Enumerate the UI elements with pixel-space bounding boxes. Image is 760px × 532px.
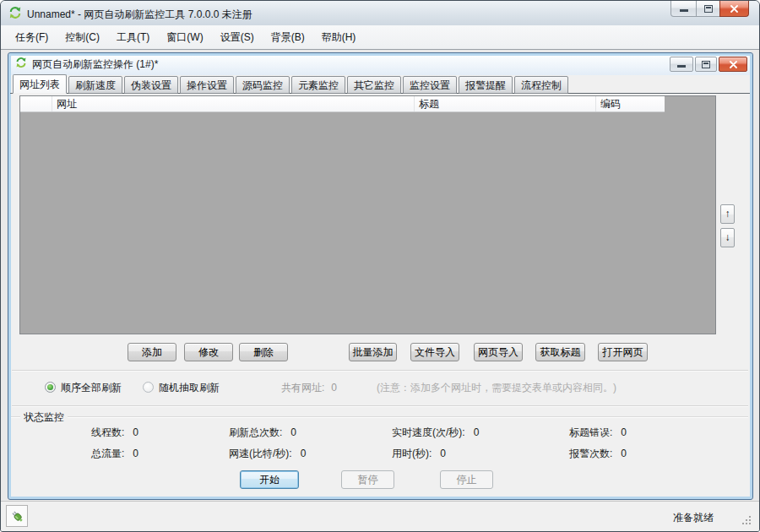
arrow-down-icon: ↓ [725, 231, 730, 243]
close-icon [729, 61, 738, 68]
tab-flow-control[interactable]: 流程控制 [514, 76, 568, 94]
plug-icon [10, 509, 24, 524]
menu-item-settings[interactable]: 设置(S) [212, 26, 263, 49]
maximize-button[interactable] [696, 1, 720, 17]
url-count: 共有网址:0 [281, 381, 337, 395]
listview-body[interactable] [20, 112, 715, 334]
tab-url-list[interactable]: 网址列表 [13, 74, 67, 94]
stat-title-errors: 标题错误:0 [569, 426, 627, 440]
refresh-note: (注意：添加多个网址时，需要提交表单或内容相同。) [377, 381, 616, 395]
mdi-client: 网页自动刷新监控操作 (1#)* 网址列表 刷新速度 伪装设置 操作设置 源码监… [1, 49, 759, 501]
listview-header: 网址 标题 编码 [20, 96, 665, 112]
tab-element-monitor[interactable]: 元素监控 [291, 76, 345, 94]
child-close-button[interactable] [719, 57, 747, 72]
tab-disguise[interactable]: 伪装设置 [124, 76, 178, 94]
radio-random-refresh[interactable] [143, 382, 154, 393]
tab-monitor-settings[interactable]: 监控设置 [403, 76, 457, 94]
column-header-encoding[interactable]: 编码 [596, 96, 665, 111]
url-count-value: 0 [331, 382, 337, 394]
radio-sequential-refresh[interactable] [45, 382, 56, 393]
column-header-index[interactable] [20, 96, 52, 111]
child-window: 网页自动刷新监控操作 (1#)* 网址列表 刷新速度 伪装设置 操作设置 源码监… [8, 52, 753, 500]
column-header-title[interactable]: 标题 [415, 96, 596, 111]
menu-item-task[interactable]: 任务(F) [7, 26, 57, 49]
stat-alarm-count: 报警次数:0 [569, 447, 627, 461]
move-up-button[interactable]: ↑ [720, 204, 735, 224]
stat-total-traffic: 总流量:0 [91, 447, 138, 461]
child-maximize-button[interactable] [695, 57, 717, 72]
tab-strip: 网址列表 刷新速度 伪装设置 操作设置 源码监控 元素监控 其它监控 监控设置 … [13, 75, 570, 94]
titlebar[interactable]: Unnamed* - 网页自动刷新监控工具 7.0.0.0 未注册 [1, 1, 759, 25]
child-window-title: 网页自动刷新监控操作 (1#)* [32, 57, 158, 72]
menu-bar: 任务(F) 控制(C) 工具(T) 窗口(W) 设置(S) 背景(B) 帮助(H… [1, 25, 759, 49]
radio-random-label[interactable]: 随机抽取刷新 [159, 381, 220, 395]
batch-add-button[interactable]: 批量添加 [349, 343, 397, 361]
maximize-icon [704, 5, 713, 13]
ready-status-text: 准备就绪 [673, 511, 714, 525]
move-down-button[interactable]: ↓ [720, 228, 735, 247]
file-import-button[interactable]: 文件导入 [410, 343, 459, 361]
tab-refresh-speed[interactable]: 刷新速度 [68, 76, 122, 94]
app-refresh-icon [8, 6, 22, 19]
stat-net-speed: 网速(比特/秒):0 [229, 447, 306, 461]
radio-sequential-label[interactable]: 顺序全部刷新 [61, 381, 122, 395]
maximize-icon [702, 61, 710, 68]
tab-operation[interactable]: 操作设置 [180, 76, 234, 94]
close-icon [730, 5, 739, 13]
stat-realtime-speed: 实时速度(次/秒):0 [392, 426, 479, 440]
menu-item-background[interactable]: 背景(B) [263, 26, 313, 49]
resize-grip[interactable] [742, 514, 752, 524]
open-webpage-button[interactable]: 打开网页 [598, 343, 648, 361]
menu-item-help[interactable]: 帮助(H) [313, 26, 365, 49]
menu-item-window[interactable]: 窗口(W) [158, 26, 211, 49]
menu-item-tools[interactable]: 工具(T) [108, 26, 158, 49]
minimize-icon [677, 65, 686, 68]
divider [12, 405, 748, 406]
connection-panel [6, 505, 28, 527]
child-minimize-button[interactable] [670, 57, 693, 72]
column-header-url[interactable]: 网址 [52, 96, 415, 111]
close-button[interactable] [719, 1, 749, 17]
child-window-controls [668, 57, 747, 72]
tab-other-monitor[interactable]: 其它监控 [347, 76, 401, 94]
status-group-title: 状态监控 [20, 410, 68, 425]
app-window: Unnamed* - 网页自动刷新监控工具 7.0.0.0 未注册 任务(F) … [0, 0, 760, 532]
pause-button[interactable]: 暂停 [341, 470, 394, 489]
delete-button[interactable]: 删除 [239, 343, 288, 361]
menu-item-control[interactable]: 控制(C) [57, 26, 108, 49]
minimize-button[interactable] [670, 1, 697, 17]
window-controls [671, 1, 749, 17]
stat-elapsed-time: 用时(秒):0 [392, 447, 446, 461]
start-button[interactable]: 开始 [240, 470, 299, 489]
add-button[interactable]: 添加 [128, 343, 176, 361]
web-import-button[interactable]: 网页导入 [474, 343, 523, 361]
status-bar: 准备就绪 [1, 501, 759, 531]
tab-source-monitor[interactable]: 源码监控 [236, 76, 290, 94]
arrow-up-icon: ↑ [725, 208, 730, 220]
tab-alarm-reminder[interactable]: 报警提醒 [459, 76, 513, 94]
status-group-border [11, 416, 748, 418]
stat-refresh-total: 刷新总次数:0 [229, 426, 296, 440]
minimize-icon [680, 9, 688, 12]
stat-thread-count: 线程数:0 [91, 426, 138, 440]
get-title-button[interactable]: 获取标题 [535, 343, 585, 361]
url-count-label: 共有网址: [281, 382, 324, 394]
window-title: Unnamed* - 网页自动刷新监控工具 7.0.0.0 未注册 [27, 8, 252, 22]
modify-button[interactable]: 修改 [184, 343, 233, 361]
divider [12, 370, 748, 371]
child-refresh-icon [15, 57, 27, 68]
url-listview: 网址 标题 编码 [19, 95, 716, 334]
stop-button[interactable]: 停止 [440, 470, 493, 489]
